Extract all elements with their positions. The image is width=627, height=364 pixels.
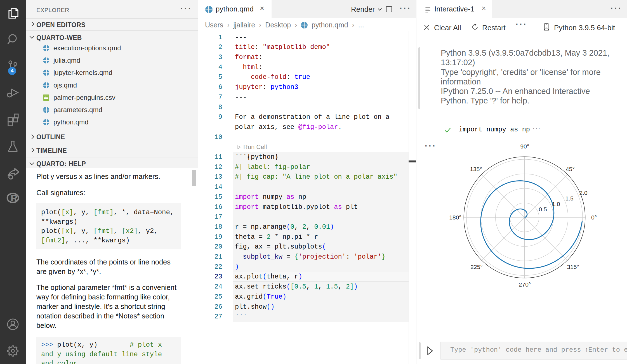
svg-text:270°: 270° [519,281,531,288]
svg-text:180°: 180° [449,214,461,221]
svg-text:315°: 315° [567,264,579,270]
svg-text:1.5: 1.5 [565,195,573,202]
svg-text:135°: 135° [470,166,482,172]
svg-text:0.5: 0.5 [539,206,547,212]
svg-text:0°: 0° [591,214,597,221]
svg-text:R: R [11,193,18,203]
svg-text:45°: 45° [566,166,575,172]
svg-text:1.0: 1.0 [552,201,560,207]
svg-text:225°: 225° [470,264,482,270]
svg-text:90°: 90° [520,143,529,150]
svg-text:2.0: 2.0 [579,190,587,196]
